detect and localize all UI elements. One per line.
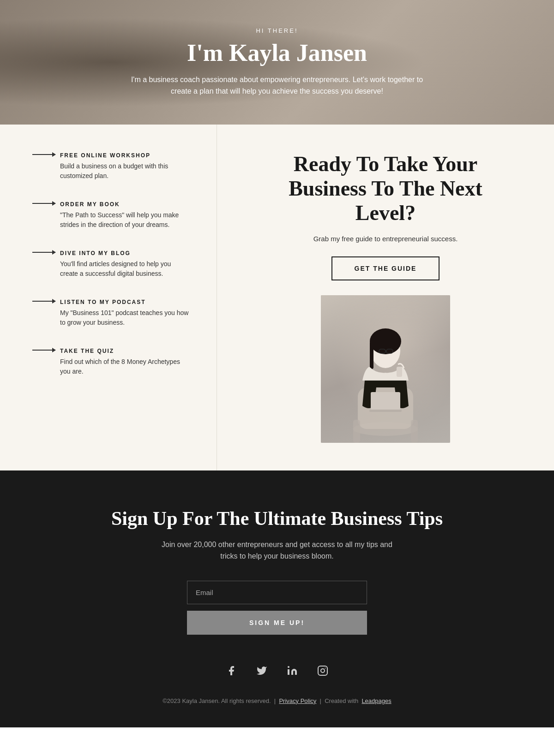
svg-point-17 [325, 667, 326, 668]
instagram-icon[interactable] [314, 662, 331, 679]
guide-image [321, 295, 450, 443]
svg-rect-7 [371, 392, 400, 411]
email-input[interactable] [187, 581, 367, 604]
nav-item-quiz[interactable]: TAKE THE QUIZ Find out which of the 8 Mo… [32, 348, 189, 376]
nav-title-quiz: TAKE THE QUIZ [60, 348, 189, 354]
footer-copyright: ©2023 Kayla Jansen. All rights reserved.… [102, 697, 452, 704]
sign-me-up-button[interactable]: SIGN ME UP! [187, 611, 367, 635]
nav-desc-podcast: My "Business 101" podcast teaches you ho… [60, 308, 189, 327]
hero-title: I'm Kayla Jansen [129, 40, 425, 66]
nav-item-book[interactable]: ORDER MY BOOK "The Path to Success" will… [32, 201, 189, 230]
arrow-icon-blog [32, 250, 60, 253]
hero-section: HI THERE! I'm Kayla Jansen I'm a busines… [0, 0, 554, 125]
hero-content: HI THERE! I'm Kayla Jansen I'm a busines… [120, 18, 434, 106]
bottom-bar: ©2023 Kayla Jansen. All rights reserved.… [18, 697, 536, 704]
svg-rect-6 [370, 341, 373, 369]
arrow-icon-workshop [32, 152, 60, 155]
linkedin-icon[interactable] [284, 662, 301, 679]
svg-rect-15 [318, 666, 327, 675]
copyright-text: ©2023 Kayla Jansen. All rights reserved. [163, 697, 271, 704]
nav-desc-book: "The Path to Success" will help you make… [60, 210, 189, 230]
arrow-icon-podcast [32, 299, 60, 302]
left-nav-panel: FREE ONLINE WORKSHOP Build a business on… [0, 125, 217, 470]
nav-desc-quiz: Find out which of the 8 Money Archetypes… [60, 357, 189, 376]
nav-text-book: ORDER MY BOOK "The Path to Success" will… [60, 201, 189, 230]
nav-text-podcast: LISTEN TO MY PODCAST My "Business 101" p… [60, 299, 189, 327]
privacy-policy-link[interactable]: Privacy Policy [279, 697, 316, 704]
nav-title-blog: DIVE INTO MY BLOG [60, 250, 189, 256]
facebook-icon[interactable] [223, 662, 240, 679]
nav-title-podcast: LISTEN TO MY PODCAST [60, 299, 189, 305]
middle-section: FREE ONLINE WORKSHOP Build a business on… [0, 125, 554, 470]
right-panel: Ready To Take Your Business To The Next … [217, 125, 554, 470]
footer-heading: Sign Up For The Ultimate Business Tips [111, 507, 443, 530]
right-subtext: Grab my free guide to entrepreneurial su… [313, 235, 458, 243]
twitter-icon[interactable] [253, 662, 270, 679]
nav-item-workshop[interactable]: FREE ONLINE WORKSHOP Build a business on… [32, 152, 189, 181]
svg-rect-2 [353, 420, 360, 443]
leadpages-link[interactable]: Leadpages [361, 697, 391, 704]
nav-text-blog: DIVE INTO MY BLOG You'll find articles d… [60, 250, 189, 279]
social-icons-row [223, 662, 331, 679]
nav-item-podcast[interactable]: LISTEN TO MY PODCAST My "Business 101" p… [32, 299, 189, 327]
nav-item-blog[interactable]: DIVE INTO MY BLOG You'll find articles d… [32, 250, 189, 279]
svg-point-16 [321, 669, 325, 673]
arrow-icon-quiz [32, 348, 60, 351]
nav-title-workshop: FREE ONLINE WORKSHOP [60, 152, 189, 159]
nav-title-book: ORDER MY BOOK [60, 201, 189, 208]
nav-text-quiz: TAKE THE QUIZ Find out which of the 8 Mo… [60, 348, 189, 376]
person-illustration [321, 295, 450, 443]
svg-rect-9 [397, 367, 402, 377]
nav-text-workshop: FREE ONLINE WORKSHOP Build a business on… [60, 152, 189, 181]
get-guide-button[interactable]: GET THE GUIDE [331, 256, 440, 280]
hero-subtitle: I'm a business coach passionate about em… [129, 74, 425, 97]
right-heading: Ready To Take Your Business To The Next … [289, 152, 482, 226]
footer-subtext: Join over 20,000 other entrepreneurs and… [162, 539, 392, 562]
svg-rect-3 [411, 420, 418, 443]
arrow-icon-book [32, 201, 60, 204]
nav-desc-blog: You'll find articles designed to help yo… [60, 259, 189, 279]
svg-point-14 [288, 666, 289, 668]
hero-eyebrow: HI THERE! [129, 27, 425, 34]
created-with-text: Created with [325, 697, 358, 704]
nav-desc-workshop: Build a business on a budget with this c… [60, 161, 189, 181]
svg-rect-8 [369, 410, 402, 412]
svg-rect-13 [288, 669, 289, 675]
footer-section: Sign Up For The Ultimate Business Tips J… [0, 470, 554, 727]
